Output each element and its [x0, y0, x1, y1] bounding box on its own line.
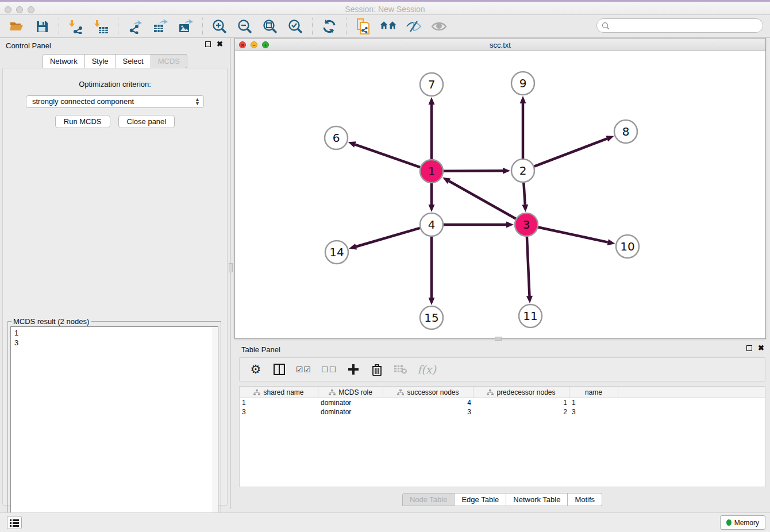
- cell-shared-name[interactable]: 1: [240, 398, 318, 407]
- column-header-successor-nodes[interactable]: successor nodes: [383, 387, 473, 398]
- tab-network[interactable]: Network: [43, 54, 85, 68]
- cell-shared-name[interactable]: 3: [240, 407, 318, 417]
- zoom-out-icon[interactable]: [236, 18, 253, 35]
- tab-mcds[interactable]: MCDS: [151, 54, 187, 68]
- edge-2-3[interactable]: [523, 183, 525, 205]
- network-window-titlebar[interactable]: ✕ − + scc.txt: [235, 38, 765, 51]
- tab-select[interactable]: Select: [116, 54, 151, 68]
- mcds-result-list[interactable]: 13: [10, 326, 218, 532]
- column-header-name[interactable]: name: [569, 387, 618, 398]
- table-row[interactable]: 1dominator411: [240, 398, 765, 407]
- cell-MCDS-role[interactable]: dominator: [318, 407, 383, 417]
- check-all-icon[interactable]: ☑☑: [296, 362, 311, 377]
- close-panel-button[interactable]: Close panel: [118, 115, 175, 128]
- edge-4-14[interactable]: [356, 228, 420, 246]
- cell-name[interactable]: 1: [569, 398, 618, 407]
- zoom-fit-icon[interactable]: [261, 18, 279, 35]
- export-table-icon[interactable]: [152, 18, 169, 35]
- tab-motifs[interactable]: Motifs: [568, 493, 602, 506]
- edge-2-8[interactable]: [534, 138, 607, 166]
- edge-1-6[interactable]: [355, 145, 420, 168]
- edge-arrowhead: [429, 298, 435, 305]
- node-label-14: 14: [329, 245, 344, 259]
- clone-network-icon[interactable]: [355, 18, 372, 35]
- delete-icon[interactable]: [370, 362, 384, 377]
- main-titlebar: Session: New Session: [0, 2, 770, 15]
- tab-edge-table[interactable]: Edge Table: [455, 493, 506, 506]
- vertical-splitter-handle[interactable]: [229, 263, 233, 272]
- criterion-select[interactable]: strongly connected component ▲▼: [26, 95, 204, 108]
- search-field[interactable]: [596, 18, 763, 33]
- task-history-button[interactable]: [7, 516, 22, 529]
- network-graph[interactable]: 1234678910111415: [235, 51, 765, 338]
- node-label-8: 8: [622, 125, 630, 138]
- network-canvas[interactable]: 1234678910111415: [235, 51, 765, 338]
- edge-arrowhead: [349, 244, 357, 250]
- node-table: shared nameMCDS rolesuccessor nodesprede…: [239, 386, 765, 487]
- edge-arrowhead: [522, 205, 528, 212]
- edge-arrowhead: [429, 97, 435, 105]
- horizontal-splitter-handle[interactable]: [495, 337, 502, 341]
- table-header-row: shared nameMCDS rolesuccessor nodesprede…: [240, 387, 765, 398]
- edge-1-2[interactable]: [444, 171, 503, 171]
- column-header-shared-name[interactable]: shared name: [240, 387, 318, 398]
- cell-MCDS-role[interactable]: dominator: [318, 398, 383, 407]
- table-row[interactable]: 3dominator323: [240, 407, 765, 417]
- edge-3-11[interactable]: [527, 237, 530, 296]
- zoom-in-icon[interactable]: [211, 18, 228, 35]
- gear-icon[interactable]: ⚙: [249, 362, 263, 377]
- hide-details-icon[interactable]: [405, 18, 422, 35]
- result-item[interactable]: 1: [14, 328, 18, 338]
- float-table-panel-icon[interactable]: [746, 345, 752, 351]
- export-network-icon[interactable]: [126, 18, 144, 35]
- tab-style[interactable]: Style: [85, 54, 116, 68]
- delete-table-icon[interactable]: [394, 362, 407, 377]
- columns-icon[interactable]: [272, 362, 286, 377]
- control-panel-title: Control Panel: [6, 41, 51, 50]
- edge-arrowhead: [606, 136, 614, 141]
- zoom-selected-icon[interactable]: [287, 18, 304, 35]
- column-header-label: shared name: [263, 388, 303, 396]
- import-network-icon[interactable]: [67, 18, 84, 35]
- uncheck-all-icon[interactable]: ☐☐: [321, 362, 337, 377]
- result-item[interactable]: 3: [14, 338, 18, 348]
- float-panel-icon[interactable]: [205, 41, 211, 47]
- edge-3-1[interactable]: [449, 181, 515, 219]
- save-session-icon[interactable]: [33, 18, 51, 35]
- open-session-icon[interactable]: [8, 18, 25, 35]
- node-label-7: 7: [428, 78, 436, 91]
- cell-successor-nodes[interactable]: 4: [383, 398, 473, 407]
- add-column-icon[interactable]: [346, 362, 360, 377]
- close-table-panel-icon[interactable]: ✖: [758, 345, 764, 351]
- edge-3-10[interactable]: [538, 227, 608, 242]
- cell-successor-nodes[interactable]: 3: [383, 407, 473, 417]
- show-details-icon[interactable]: [430, 18, 448, 35]
- search-icon: [602, 22, 610, 30]
- run-mcds-button[interactable]: Run MCDS: [55, 115, 110, 128]
- houses-icon[interactable]: [380, 18, 397, 35]
- close-panel-icon[interactable]: ✖: [217, 41, 223, 47]
- window-title: Session: New Session: [0, 5, 770, 14]
- function-icon[interactable]: f(x): [417, 362, 436, 377]
- column-header-label: MCDS role: [338, 388, 372, 396]
- tab-node-table[interactable]: Node Table: [402, 493, 455, 506]
- network-window-title: scc.txt: [235, 41, 765, 49]
- edge-arrowhead: [520, 96, 526, 103]
- column-header-predecessor-nodes[interactable]: predecessor nodes: [473, 387, 569, 398]
- cell-name[interactable]: 3: [569, 407, 618, 417]
- memory-label: Memory: [734, 519, 759, 527]
- refresh-icon[interactable]: [321, 18, 338, 35]
- search-input[interactable]: [613, 22, 758, 30]
- export-image-icon[interactable]: [177, 18, 194, 35]
- main-toolbar: [0, 15, 770, 38]
- tab-network-table[interactable]: Network Table: [506, 493, 568, 506]
- mcds-result-group: MCDS result (2 nodes) 13: [7, 321, 221, 532]
- cell-predecessor-nodes[interactable]: 2: [473, 407, 569, 417]
- combo-stepper-icon: ▲▼: [195, 98, 200, 106]
- import-table-icon[interactable]: [93, 18, 110, 35]
- cell-predecessor-nodes[interactable]: 1: [473, 398, 569, 407]
- result-scrollbar[interactable]: [213, 327, 218, 531]
- memory-button[interactable]: Memory: [720, 515, 765, 530]
- criterion-value: strongly connected component: [32, 97, 134, 106]
- column-header-MCDS-role[interactable]: MCDS role: [318, 387, 383, 398]
